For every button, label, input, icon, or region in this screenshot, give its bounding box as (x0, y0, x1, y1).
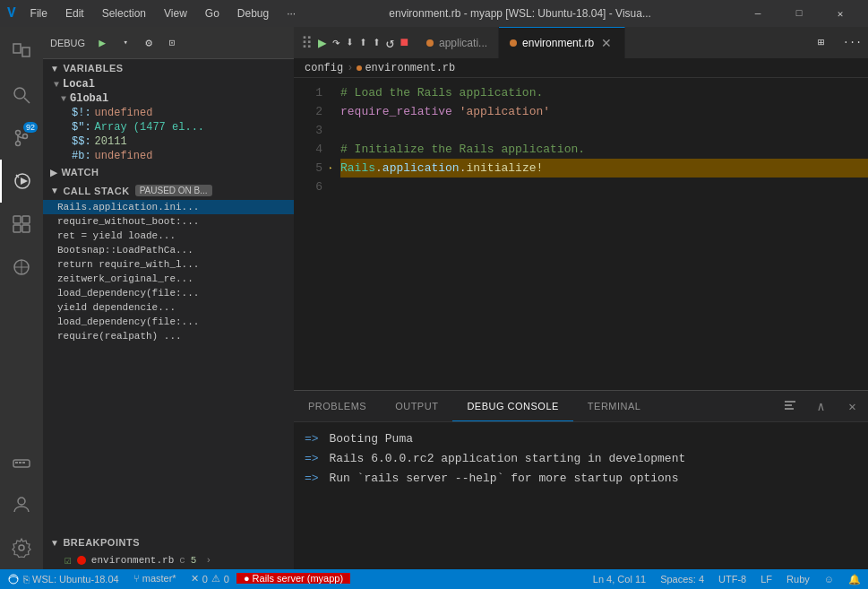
global-group[interactable]: ▼ Global (43, 91, 294, 106)
stack-item-2[interactable]: ret = yield loade... (43, 229, 294, 243)
play-button[interactable]: ▶ (318, 34, 327, 52)
step-out-btn[interactable]: ⬆ (359, 34, 367, 51)
step-into-btn[interactable]: ⬇ (346, 34, 354, 51)
breakpoint-item-0[interactable]: ☑ environment.rb c 5 › (43, 551, 294, 569)
restart-btn[interactable]: ↺ (386, 34, 395, 52)
more-actions-button[interactable]: ··· (837, 27, 868, 58)
sidebar: DEBUG ▶ ▾ ⚙ ⊡ ▼ VARIABLES ▼ Local ▼ Glob… (43, 27, 294, 569)
status-remote[interactable]: ⎘ WSL: Ubuntu-18.04 (0, 573, 126, 585)
callstack-header[interactable]: ▼ CALL STACK PAUSED ON B... (43, 181, 294, 200)
code-line-4: # Initialize the Rails application. (340, 140, 868, 159)
code-token-rails: Rails (340, 159, 375, 178)
status-spaces[interactable]: Spaces: 4 (653, 574, 711, 585)
step-back-btn[interactable]: ⬆ (373, 34, 381, 51)
menu-edit[interactable]: Edit (58, 5, 91, 22)
split-editor-button[interactable]: ⊞ (805, 27, 837, 58)
menu-view[interactable]: View (157, 5, 194, 22)
activity-search[interactable] (0, 74, 43, 117)
close-button[interactable]: ✕ (820, 0, 861, 27)
status-smiley[interactable]: ☺ (817, 574, 841, 585)
status-rails-server[interactable]: ● Rails server (myapp) (236, 573, 350, 584)
debug-settings-button[interactable]: ⚙ (139, 33, 159, 53)
warning-icon: ⚠ (211, 573, 220, 585)
stack-item-9[interactable]: require(realpath) ... (43, 329, 294, 343)
title-bar: V File Edit Selection View Go Debug ··· … (0, 0, 868, 27)
stack-item-7[interactable]: yield dependencie... (43, 300, 294, 315)
code-line-2: require_relative 'application' (340, 102, 868, 121)
status-position[interactable]: Ln 4, Col 11 (586, 574, 653, 585)
code-content[interactable]: # Load the Rails application. require_re… (330, 78, 868, 390)
step-over-btn[interactable]: ↷ (332, 34, 340, 51)
breadcrumb-config[interactable]: config (305, 62, 343, 74)
activity-debug[interactable] (0, 160, 43, 203)
activity-docker[interactable] (0, 440, 43, 483)
code-editor[interactable]: 1 2 3 4 5 6 # Load the Rails application… (294, 78, 868, 390)
stack-item-0[interactable]: Rails.application.ini... (43, 200, 294, 214)
var-item-dollar[interactable]: $$: 20111 (43, 134, 294, 149)
variables-label: VARIABLES (63, 63, 123, 74)
menu-debug[interactable]: Debug (230, 5, 276, 22)
menu-go[interactable]: Go (198, 5, 227, 22)
status-encoding[interactable]: UTF-8 (711, 574, 753, 585)
stack-item-5[interactable]: zeitwerk_original_re... (43, 272, 294, 286)
watch-header[interactable]: ▶ WATCH (43, 163, 294, 181)
var-val-hash: undefined (95, 150, 153, 162)
tab-label-environment: environment.rb (522, 37, 594, 49)
svg-rect-0 (13, 44, 21, 53)
maximize-button[interactable]: □ (778, 0, 820, 27)
minimize-button[interactable]: — (737, 0, 778, 27)
clear-console-button[interactable] (774, 391, 805, 421)
status-bell[interactable]: 🔔 (841, 574, 868, 585)
activity-explorer[interactable] (0, 30, 43, 74)
code-line-6 (340, 178, 868, 196)
activity-settings[interactable] (0, 526, 43, 569)
menu-more[interactable]: ··· (279, 5, 303, 22)
status-errors[interactable]: ✕ 0 ⚠ 0 (184, 573, 236, 585)
var-item-hash[interactable]: #b: undefined (43, 149, 294, 163)
stack-item-6[interactable]: load_dependency(file:... (43, 286, 294, 300)
stop-btn[interactable]: ■ (400, 35, 408, 51)
tab-application[interactable]: applicati... (416, 27, 499, 58)
activity-scm[interactable]: 92 (0, 117, 43, 160)
activity-remote[interactable] (0, 246, 43, 289)
status-language[interactable]: Ruby (779, 574, 817, 585)
breakpoints-header[interactable]: ▼ BREAKPOINTS (43, 533, 294, 551)
tab-environment[interactable]: environment.rb ✕ (499, 27, 625, 58)
variables-header[interactable]: ▼ VARIABLES (43, 59, 294, 77)
drag-icon[interactable]: ⠿ (301, 33, 313, 53)
debug-dropdown-button[interactable]: ▾ (116, 33, 135, 53)
activity-accounts[interactable] (0, 483, 43, 526)
menu-file[interactable]: File (23, 5, 55, 22)
tab-close-button[interactable]: ✕ (599, 36, 614, 50)
activity-extensions[interactable] (0, 203, 43, 246)
stack-item-8[interactable]: load_dependency(file:... (43, 315, 294, 329)
code-token-string: 'application' (460, 102, 550, 121)
tab-debug-console[interactable]: DEBUG CONSOLE (452, 391, 572, 421)
stack-item-3[interactable]: Bootsnap::LoadPathCa... (43, 243, 294, 257)
var-item-excl[interactable]: $!: undefined (43, 106, 294, 120)
tab-output[interactable]: OUTPUT (381, 391, 452, 421)
breadcrumb-file[interactable]: environment.rb (357, 62, 455, 74)
line-num-3: 3 (294, 121, 322, 140)
menu-selection[interactable]: Selection (95, 5, 153, 22)
stack-item-4[interactable]: return require_with_l... (43, 257, 294, 272)
console-arrow-1: => (305, 432, 319, 446)
panel-content: => Booting Puma => Rails 6.0.0.rc2 appli… (294, 422, 868, 569)
panel-collapse-button[interactable]: ∧ (805, 391, 837, 421)
debug-terminal-button[interactable]: ⊡ (162, 33, 182, 53)
local-group[interactable]: ▼ Local (43, 77, 294, 91)
var-item-quote[interactable]: $": Array (1477 el... (43, 120, 294, 134)
tab-terminal[interactable]: TERMINAL (573, 391, 656, 421)
svg-rect-20 (19, 462, 21, 463)
continue-button[interactable]: ▶ (92, 33, 112, 53)
panel-close-button[interactable]: ✕ (837, 391, 868, 421)
status-left: ⎘ WSL: Ubuntu-18.04 ⑂ master* ✕ 0 ⚠ 0 ● … (0, 573, 350, 585)
stack-item-1[interactable]: require_without_boot:... (43, 214, 294, 229)
tab-problems[interactable]: PROBLEMS (294, 391, 381, 421)
bp-char: c (179, 555, 185, 566)
status-branch[interactable]: ⑂ master* (126, 573, 184, 584)
status-eol[interactable]: LF (753, 574, 779, 585)
code-token-comment2: # Initialize the Rails application. (340, 140, 585, 159)
bp-checkbox[interactable]: ☑ (64, 553, 72, 567)
svg-line-3 (24, 98, 30, 103)
